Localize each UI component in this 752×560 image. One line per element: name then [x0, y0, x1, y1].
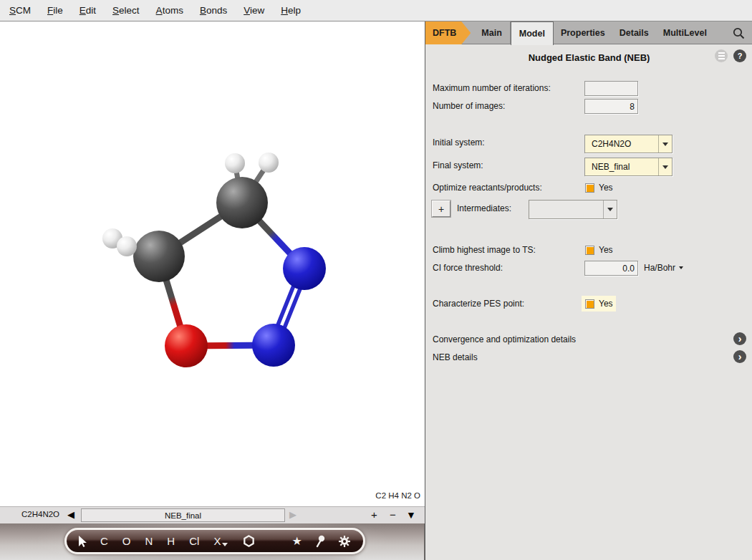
element-button-n[interactable]: N: [145, 535, 153, 547]
tab-main[interactable]: Main: [473, 21, 510, 44]
element-dropdown-caret-icon: [222, 543, 228, 546]
tab-properties[interactable]: Properties: [554, 21, 612, 44]
panel-tab-bar: DFTB Main Model Properties Details Multi…: [425, 21, 752, 44]
tab-dftb[interactable]: DFTB: [425, 21, 471, 44]
selected-system-field[interactable]: [81, 508, 285, 522]
menu-bar: SCMFileEditSelectAtomsBondsViewHelp: [0, 0, 752, 21]
max-iterations-input[interactable]: [584, 81, 638, 96]
element-button-c[interactable]: C: [100, 535, 108, 547]
ci-force-unit-value: Ha/Bohr: [644, 263, 675, 273]
atom-n[interactable]: [283, 247, 326, 290]
builder-toolbar: CONHClX ★: [64, 528, 365, 554]
search-icon: [732, 26, 746, 40]
ams-input-window: SCMFileEditSelectAtomsBondsViewHelp C2 H…: [0, 0, 752, 560]
search-button[interactable]: [732, 21, 752, 44]
tab-model[interactable]: Model: [511, 21, 554, 45]
atom-h[interactable]: [259, 153, 279, 173]
initial-system-label: Initial system:: [433, 137, 485, 148]
help-icon[interactable]: ?: [733, 49, 746, 62]
probe-tool-icon[interactable]: [314, 535, 326, 548]
add-intermediate-button[interactable]: +: [432, 201, 450, 217]
characterize-pes-label: Characterize PES point:: [433, 299, 524, 309]
element-button-cl[interactable]: Cl: [189, 535, 199, 547]
system-menu-icon[interactable]: ▼: [406, 509, 416, 521]
intermediates-value: [529, 201, 603, 218]
unit-dropdown-caret-icon: [679, 266, 683, 269]
ci-force-input[interactable]: [584, 261, 638, 276]
atom-n[interactable]: [252, 324, 295, 367]
system-selector-bar: C2H4N2O ◀ ▶ + − ▼: [0, 506, 425, 523]
initial-system-select[interactable]: C2H4N2O: [584, 135, 673, 153]
select-cursor-icon[interactable]: [75, 534, 90, 549]
final-system-label: Final system:: [433, 160, 483, 170]
intermediates-select[interactable]: [529, 200, 617, 219]
final-system-select[interactable]: NEB_final: [584, 158, 673, 176]
climb-ts-checkbox[interactable]: [585, 246, 594, 255]
max-iterations-label: Maximum number of iterations:: [433, 83, 551, 93]
optimize-reactants-label: Optimize reactants/products:: [433, 183, 542, 193]
remove-system-button[interactable]: −: [390, 508, 396, 521]
menu-edit[interactable]: Edit: [76, 4, 100, 17]
intermediates-label: Intermediates:: [457, 203, 511, 213]
menu-scm[interactable]: SCM: [6, 4, 34, 17]
characterize-pes-yes-label: Yes: [599, 299, 613, 309]
atom-h[interactable]: [225, 153, 245, 173]
atom-c[interactable]: [133, 231, 185, 282]
molecule-viewer[interactable]: C2 H4 N2 O: [0, 21, 425, 506]
molecular-formula-label: C2 H4 N2 O: [375, 491, 420, 500]
dropdown-arrow-icon[interactable]: [658, 158, 672, 175]
characterize-pes-checkbox[interactable]: [585, 299, 594, 309]
next-system-icon[interactable]: ▶: [289, 509, 297, 520]
builder-tool-strip: CONHClX ★: [0, 523, 425, 560]
star-tool-icon[interactable]: ★: [291, 536, 302, 547]
num-images-input[interactable]: [584, 99, 638, 114]
climb-ts-label: Climb highest image to TS:: [433, 245, 536, 255]
menu-bonds[interactable]: Bonds: [196, 4, 231, 17]
gear-icon[interactable]: [338, 535, 351, 548]
panel-title: Nudged Elastic Band (NEB): [425, 52, 752, 63]
element-button-h[interactable]: H: [167, 535, 175, 547]
element-button-o[interactable]: O: [122, 535, 131, 547]
settings-panel: DFTB Main Model Properties Details Multi…: [425, 21, 752, 560]
molecule-3d-render: [0, 21, 425, 506]
previous-system-icon[interactable]: ◀: [67, 509, 74, 520]
convergence-details-chevron-icon[interactable]: ›: [733, 332, 746, 345]
convergence-details-link[interactable]: Convergence and optimization details: [433, 334, 576, 344]
neb-details-chevron-icon[interactable]: ›: [733, 350, 746, 363]
neb-details-link[interactable]: NEB details: [433, 352, 478, 362]
menu-file[interactable]: File: [44, 4, 67, 17]
element-button-x[interactable]: X: [213, 535, 228, 547]
optimize-reactants-yes-label: Yes: [599, 183, 613, 193]
dropdown-arrow-icon[interactable]: [658, 135, 672, 153]
menu-view[interactable]: View: [240, 4, 268, 17]
ci-force-unit-select[interactable]: Ha/Bohr: [644, 263, 683, 273]
climb-ts-yes-label: Yes: [599, 245, 613, 255]
menu-help[interactable]: Help: [277, 4, 304, 17]
final-system-value: NEB_final: [585, 158, 658, 175]
atom-h[interactable]: [117, 236, 137, 256]
hamburger-icon: [718, 52, 725, 59]
initial-system-value: C2H4N2O: [585, 135, 658, 153]
dropdown-arrow-icon[interactable]: [603, 201, 617, 218]
ci-force-label: CI force threshold:: [433, 263, 503, 273]
atom-c[interactable]: [216, 177, 268, 228]
ring-tool-icon[interactable]: [242, 534, 256, 548]
current-system-label: C2H4N2O: [21, 510, 59, 518]
tab-details[interactable]: Details: [612, 21, 656, 44]
atom-o[interactable]: [165, 324, 208, 367]
pill-reflection: [72, 556, 358, 560]
add-system-button[interactable]: +: [371, 508, 377, 521]
panel-menu-icon[interactable]: [715, 49, 728, 62]
menu-select[interactable]: Select: [109, 4, 143, 17]
menu-atoms[interactable]: Atoms: [153, 4, 187, 17]
optimize-reactants-checkbox[interactable]: [585, 183, 594, 193]
tab-multilevel[interactable]: MultiLevel: [656, 21, 714, 44]
num-images-label: Number of images:: [433, 101, 505, 111]
